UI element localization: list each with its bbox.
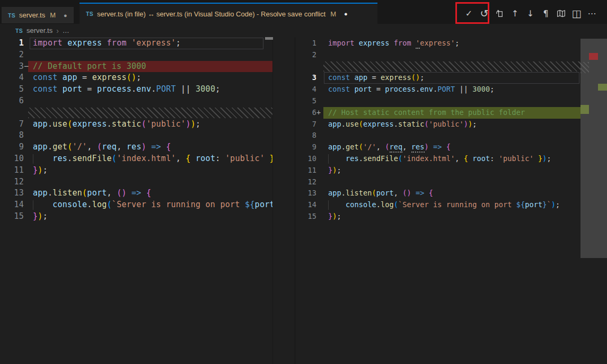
code-line[interactable]: 12 [295, 176, 607, 188]
gutter: 9 [295, 141, 328, 153]
gutter: 11 [0, 165, 33, 176]
code-line[interactable]: 13app.listen(port, () => { [0, 188, 272, 199]
gutter: 1 [295, 38, 328, 49]
breadcrumb-file[interactable]: server.ts [27, 26, 52, 34]
minimap-hatch-mark [580, 62, 589, 73]
gutter [0, 107, 33, 119]
minimap-added-mark [598, 84, 607, 91]
typescript-icon: TS [15, 28, 23, 34]
tab-server-ts[interactable]: TS server.ts M ● [2, 7, 74, 23]
chevron-right-icon: › [56, 26, 59, 35]
gutter: 13 [0, 188, 33, 199]
modified-badge: M [330, 10, 336, 18]
code-line[interactable]: 7app.use(express.static('public')); [0, 119, 272, 130]
code-line[interactable]: 5 [295, 95, 607, 107]
code-line[interactable]: 10 res.sendFile('index.html', { root: 'p… [295, 153, 607, 165]
diff-filler-row[interactable] [295, 61, 607, 73]
accept-changes-icon[interactable]: ✓ [461, 5, 477, 21]
minimap-added-mark [580, 105, 589, 114]
code-line[interactable]: 5const port = process.env.PORT || 3000; [0, 84, 272, 95]
gutter: 14 [295, 199, 328, 211]
gutter: 4 [295, 84, 328, 95]
diff-editor-original: 1import express from 'express';23−// Def… [0, 37, 273, 364]
code-line[interactable]: 15}); [0, 211, 272, 223]
code-line[interactable]: 7app.use(express.static('public')); [295, 119, 607, 130]
gutter: 12 [295, 176, 328, 188]
code-line[interactable]: 15}); [295, 211, 607, 223]
code-line[interactable]: 4const app = express(); [0, 72, 272, 84]
code-line[interactable]: 8 [295, 130, 607, 141]
gutter: 6+ [295, 107, 328, 119]
gutter: 1 [0, 38, 33, 49]
split-editor-icon[interactable]: ◫ [569, 5, 584, 21]
discard-changes-icon[interactable]: ↺ [477, 5, 492, 21]
minimap-removed-mark [589, 53, 598, 60]
modified-badge: M [50, 11, 56, 19]
previous-change-icon[interactable]: ↑ [507, 5, 523, 21]
tab-label: server.ts [19, 11, 45, 19]
gutter: 12 [0, 176, 33, 188]
gutter: 8 [0, 130, 33, 141]
gutter: 15 [0, 211, 33, 223]
gutter: 7 [0, 119, 33, 130]
code-line[interactable]: 8 [0, 130, 272, 141]
typescript-icon: TS [86, 11, 93, 17]
code-line[interactable]: 6+// Host static content from the public… [295, 107, 607, 119]
gutter: 15 [295, 211, 328, 223]
gutter: 8 [295, 130, 328, 141]
render-whitespace-icon[interactable]: ¶ [538, 5, 553, 21]
gutter: 2 [0, 49, 33, 61]
paste-icon[interactable] [492, 5, 507, 21]
code-line[interactable]: 3−// Default port is 3000 [0, 61, 272, 73]
gutter: 5 [0, 84, 33, 95]
code-line[interactable]: 1import express from 'express'; [0, 38, 272, 49]
code-line[interactable]: 4const port = process.env.PORT || 3000; [295, 84, 607, 95]
gutter [295, 61, 328, 73]
gutter: 4 [0, 72, 33, 84]
tab-bar: TS server.ts M ● TS server.ts (in file) … [0, 0, 607, 24]
code-line[interactable]: 10 res.sendFile('index.html', { root: 'p… [0, 153, 272, 165]
diff-filler-row[interactable] [0, 107, 272, 119]
code-line[interactable]: 9app.get('/', (req, res) => { [295, 141, 607, 153]
code-line[interactable]: 13app.listen(port, () => { [295, 188, 607, 199]
tab-resolve-save-conflict[interactable]: TS server.ts (in file) ↔ server.ts (in V… [80, 3, 377, 24]
code-line[interactable]: 2 [295, 49, 607, 61]
code-line[interactable]: 9app.get('/', (req, res) => { [0, 141, 272, 153]
code-line[interactable]: 14 console.log(`Server is running on por… [0, 199, 272, 211]
unsaved-dot-icon[interactable]: ● [344, 11, 348, 17]
code-line[interactable]: 11}); [295, 165, 607, 176]
typescript-icon: TS [8, 12, 15, 19]
minimap[interactable] [580, 37, 607, 364]
code-line[interactable]: 1import express from 'express'; [295, 38, 607, 49]
gutter: 14 [0, 199, 33, 211]
code-line[interactable]: 6 [0, 95, 272, 107]
code-line[interactable]: 3const app = express(); [295, 72, 607, 84]
gutter: 10 [295, 153, 328, 165]
unsaved-dot-icon[interactable]: ● [64, 12, 67, 19]
breadcrumb-more[interactable]: … [63, 26, 69, 34]
breadcrumb: TS server.ts › … [0, 24, 607, 37]
code-line[interactable]: 12 [0, 176, 272, 188]
map-icon[interactable] [553, 5, 569, 21]
gutter: 10 [0, 153, 33, 165]
code-line[interactable]: 2 [0, 49, 272, 61]
gutter: 13 [295, 188, 328, 199]
code-line[interactable]: 11}); [0, 165, 272, 176]
gutter: 11 [295, 165, 328, 176]
gutter: 9 [0, 141, 33, 153]
gutter: 3− [0, 61, 33, 73]
scrollbar-thumb[interactable] [265, 37, 273, 40]
code-line[interactable]: 14 console.log(`Server is running on por… [295, 199, 607, 211]
gutter: 2 [295, 49, 328, 61]
tab-label: server.ts (in file) ↔ server.ts (in Visu… [97, 10, 326, 18]
vscode-window: TS server.ts M ● TS server.ts (in file) … [0, 0, 607, 364]
more-actions-icon[interactable]: ⋯ [584, 5, 600, 21]
next-change-icon[interactable]: ↓ [523, 5, 538, 21]
gutter: 3 [295, 72, 328, 84]
diff-editor: 1import express from 'express';23−// Def… [0, 37, 607, 364]
editor-sash[interactable] [273, 37, 295, 364]
gutter: 7 [295, 119, 328, 130]
gutter: 5 [295, 95, 328, 107]
diff-editor-modified: 1import express from 'express';23const a… [295, 37, 607, 364]
editor-toolbar: ✓↺↑↓¶◫⋯ [461, 3, 600, 24]
